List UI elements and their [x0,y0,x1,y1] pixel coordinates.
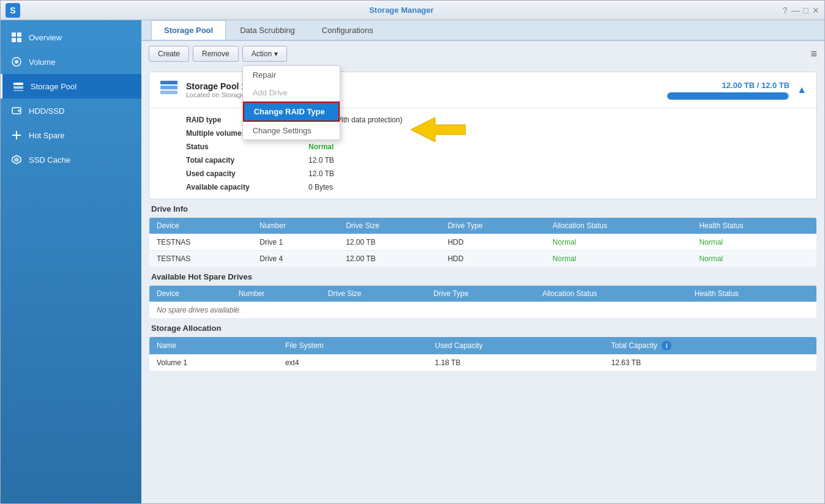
pool-capacity: 12.00 TB / 12.0 TB [667,81,790,100]
table-row: Volume 1 ext4 1.18 TB 12.63 TB [149,355,817,371]
col-number: Number [252,218,338,234]
cell-allocation: Normal [545,234,692,251]
cell-device: TESTNAS [149,234,253,251]
svg-point-12 [18,109,20,112]
drive-info-table: Device Number Drive Size Drive Type Allo… [149,217,817,267]
main-content-area: Storage Pool Data Scrubbing Configuratio… [141,20,824,503]
hot-spare-table-head: Device Number Drive Size Drive Type Allo… [149,286,817,302]
cell-number: Drive 4 [252,251,338,267]
drive-info-table-body: TESTNAS Drive 1 12.00 TB HDD Normal Norm… [149,234,817,267]
svg-rect-19 [160,86,177,89]
sidebar-item-ssd-cache[interactable]: SSD Cache [1,147,141,172]
pool-header-icon [159,78,179,102]
raid-type-value: RAID5 (With data protection) [308,114,804,125]
tab-storage-pool[interactable]: Storage Pool [151,20,226,40]
menu-item-add-drive[interactable]: Add Drive [243,84,340,102]
status-value: Normal [308,141,804,152]
hs-col-allocation-status: Allocation Status [535,286,687,302]
menu-item-change-raid-type[interactable]: Change RAID Type [243,102,340,122]
minimize-icon[interactable]: — [791,6,800,15]
total-capacity-info-icon[interactable]: i [662,341,671,350]
collapse-chevron-icon[interactable]: ▲ [797,84,807,95]
hot-spare-empty-message: No spare drives available. [149,302,817,319]
cell-health: Normal [692,234,816,251]
hs-col-drive-type: Drive Type [426,286,535,302]
list-view-icon[interactable]: ≡ [810,48,817,60]
menu-item-repair[interactable]: Repair [243,66,340,84]
cell-size: 12.00 TB [338,234,440,251]
col-health-status: Health Status [692,218,816,234]
sa-col-name: Name [149,337,278,355]
remove-button[interactable]: Remove [193,46,239,62]
hdd-ssd-icon [10,105,23,117]
create-button[interactable]: Create [149,46,189,62]
restore-icon[interactable]: □ [804,6,808,15]
storage-allocation-section: Storage Allocation Name File System Used… [149,324,817,371]
storage-allocation-table-body: Volume 1 ext4 1.18 TB 12.63 TB [149,355,817,371]
menu-item-change-settings[interactable]: Change Settings [243,122,340,139]
sidebar-label-overview: Overview [29,33,62,42]
tab-bar: Storage Pool Data Scrubbing Configuratio… [141,20,824,41]
hot-spare-table: Device Number Drive Size Drive Type Allo… [149,285,817,319]
sa-cell-used: 1.18 TB [428,355,604,371]
sidebar: Overview Volume [1,20,141,503]
cell-type: HDD [440,234,545,251]
sa-cell-name: Volume 1 [149,355,278,371]
total-capacity-label: Total capacity [186,155,308,166]
svg-rect-3 [17,32,21,37]
drive-info-title: Drive Info [149,204,817,213]
multiple-volumes-value: No [308,128,804,139]
drive-info-table-head: Device Number Drive Size Drive Type Allo… [149,218,817,234]
col-drive-size: Drive Size [338,218,440,234]
used-capacity-label: Used capacity [186,168,308,179]
available-capacity-label: Available capacity [186,182,308,193]
svg-rect-18 [160,81,177,84]
capacity-numbers: 12.00 TB / 12.0 TB [667,81,790,90]
sidebar-item-volume[interactable]: Volume [1,50,141,74]
titlebar: S Storage Manager ? — □ ✕ [1,1,824,20]
window-controls[interactable]: ? — □ ✕ [783,6,819,15]
storage-allocation-table-head: Name File System Used Capacity Total Cap… [149,337,817,355]
cell-health: Normal [692,251,816,267]
drive-info-section: Drive Info Device Number Drive Size Driv… [149,204,817,267]
sidebar-item-storage-pool[interactable]: Storage Pool [1,74,141,98]
col-drive-type: Drive Type [440,218,545,234]
action-dropdown-arrow: ▾ [274,50,278,58]
cell-type: HDD [440,251,545,267]
col-allocation-status: Allocation Status [545,218,692,234]
overview-icon [10,31,23,43]
sidebar-item-overview[interactable]: Overview [1,25,141,50]
app-logo-icon: S [6,3,20,18]
storage-allocation-title: Storage Allocation [149,324,817,333]
sa-col-total: Total Capacity i [604,337,817,355]
hot-spare-table-body: No spare drives available. [149,302,817,319]
cell-device: TESTNAS [149,251,253,267]
hot-spare-title: Available Hot Spare Drives [149,272,817,281]
close-icon[interactable]: ✕ [812,6,819,15]
tab-configurations[interactable]: Configurations [309,20,386,40]
sidebar-item-hdd-ssd[interactable]: HDD/SSD [1,98,141,123]
sidebar-item-hot-spare[interactable]: Hot Spare [1,123,141,147]
svg-text:S: S [10,6,15,15]
svg-rect-4 [12,38,16,42]
volume-icon [10,56,23,68]
table-row: TESTNAS Drive 1 12.00 TB HDD Normal Norm… [149,234,817,251]
svg-rect-2 [12,32,16,37]
svg-marker-16 [14,157,19,162]
help-icon[interactable]: ? [783,6,788,15]
action-dropdown-menu: Repair Add Drive Change RAID Type Change… [242,65,340,140]
sidebar-label-ssd-cache: SSD Cache [29,155,70,165]
hot-spare-section: Available Hot Spare Drives Device Number… [149,272,817,319]
tab-data-scrubbing[interactable]: Data Scrubbing [227,20,308,40]
capacity-progress-track [667,92,790,100]
total-capacity-value: 12.0 TB [308,155,804,166]
sa-cell-filesystem: ext4 [278,355,428,371]
capacity-progress-fill [667,92,788,100]
cell-number: Drive 1 [252,234,338,251]
cell-allocation: Normal [545,251,692,267]
svg-rect-10 [13,90,23,91]
svg-point-7 [15,60,18,64]
action-button[interactable]: Action ▾ [242,46,287,62]
sidebar-label-hdd-ssd: HDD/SSD [29,106,65,116]
table-row: TESTNAS Drive 4 12.00 TB HDD Normal Norm… [149,251,817,267]
